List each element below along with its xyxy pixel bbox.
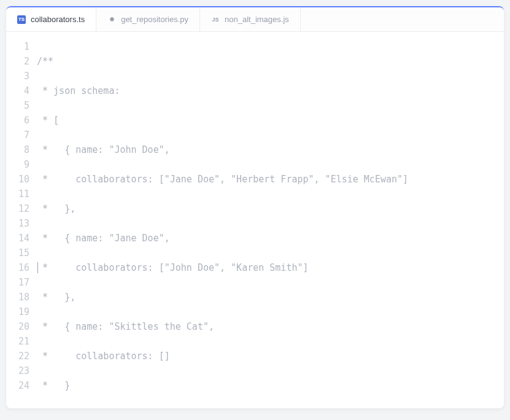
code-line: * ] — [37, 408, 504, 408]
code-line: * }, — [37, 201, 504, 216]
line-number: 1 — [6, 39, 29, 54]
line-number: 15 — [6, 246, 29, 260]
tab-get-repositories-py[interactable]: ⬢ get_repositories.py — [96, 7, 200, 31]
editor-card: TS collaborators.ts ⬢ get_repositories.p… — [6, 6, 504, 408]
line-number: 20 — [6, 319, 29, 334]
text-cursor — [37, 262, 38, 273]
line-number: 6 — [6, 113, 29, 128]
code-line: * { name: "John Doe", — [37, 142, 504, 157]
line-number: 8 — [6, 142, 29, 157]
line-number: 13 — [6, 216, 29, 231]
code-line: * { name: "Jane Doe", — [37, 231, 504, 246]
line-number: 7 — [6, 128, 29, 142]
code-line: * collaborators: ["Jane Doe", "Herbert F… — [37, 172, 504, 187]
code-line: * { name: "Skittles the Cat", — [37, 319, 504, 334]
tab-label: non_alt_images.js — [225, 15, 289, 24]
tab-bar: TS collaborators.ts ⬢ get_repositories.p… — [6, 7, 504, 32]
line-number: 18 — [6, 290, 29, 305]
line-number: 9 — [6, 157, 29, 172]
line-number: 24 — [6, 378, 29, 393]
ts-icon: TS — [17, 15, 26, 24]
line-number: 4 — [6, 84, 29, 98]
code-line: * json schema: — [37, 84, 504, 98]
line-number: 23 — [6, 364, 29, 378]
line-number: 19 — [6, 305, 29, 319]
line-number: 14 — [6, 231, 29, 246]
code-line: * collaborators: ["John Doe", "Karen Smi… — [37, 260, 504, 275]
line-number: 10 — [6, 172, 29, 187]
js-icon: JS — [211, 15, 220, 24]
line-number: 21 — [6, 334, 29, 349]
line-number: 2 — [6, 54, 29, 69]
line-number: 16 — [6, 260, 29, 275]
line-number: 3 — [6, 69, 29, 84]
line-number-gutter: 1 2 3 4 5 6 7 8 9 10 11 12 13 14 15 16 1… — [6, 39, 37, 408]
line-number: 22 — [6, 349, 29, 364]
code-line: /** — [37, 54, 504, 69]
py-icon: ⬢ — [107, 15, 116, 24]
line-number: 17 — [6, 275, 29, 290]
code-line: * collaborators: [] — [37, 349, 504, 364]
tab-label: collaborators.ts — [31, 15, 85, 24]
code-area[interactable]: 1 2 3 4 5 6 7 8 9 10 11 12 13 14 15 16 1… — [6, 32, 504, 408]
line-number: 5 — [6, 98, 29, 113]
tab-collaborators-ts[interactable]: TS collaborators.ts — [6, 7, 96, 31]
code-line: * } — [37, 378, 504, 393]
code-content[interactable]: /** * json schema: * [ * { name: "John D… — [37, 39, 504, 408]
line-number: 12 — [6, 201, 29, 216]
code-line: * }, — [37, 290, 504, 305]
line-number: 11 — [6, 187, 29, 201]
code-line: * [ — [37, 113, 504, 128]
tab-non-alt-images-js[interactable]: JS non_alt_images.js — [200, 7, 301, 31]
tab-label: get_repositories.py — [121, 15, 188, 24]
